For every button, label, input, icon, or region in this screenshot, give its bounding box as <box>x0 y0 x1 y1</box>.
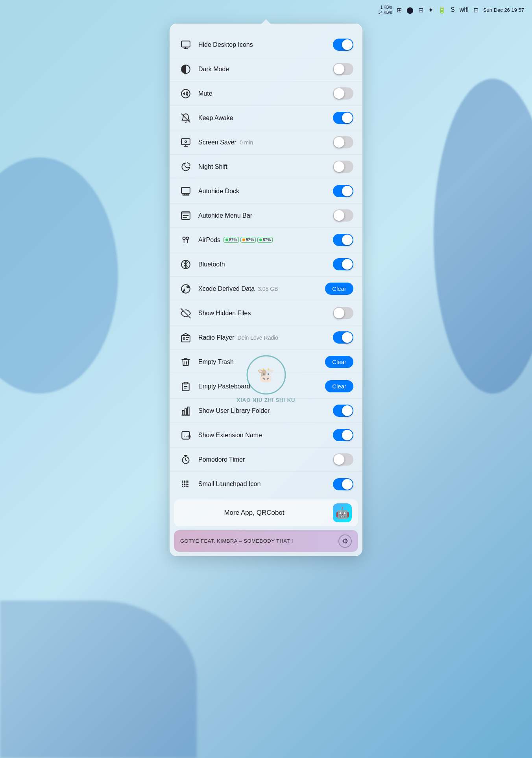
bg-decoration-right <box>434 79 532 394</box>
svg-point-47 <box>187 481 188 482</box>
empty-trash-label: Empty Trash <box>198 359 325 366</box>
svg-point-54 <box>185 484 187 485</box>
app-badge-icon: .app <box>179 428 193 442</box>
menu-bar-icon <box>179 209 193 223</box>
screen-saver-sublabel: 0 min <box>240 139 253 146</box>
svg-rect-30 <box>181 335 190 342</box>
mute-toggle[interactable] <box>333 87 353 100</box>
row-keep-awake: Keep Awake <box>170 106 362 130</box>
autohide-menu-bar-label: Autohide Menu Bar <box>198 212 333 219</box>
grid-icon <box>179 477 193 491</box>
svg-rect-34 <box>184 382 188 384</box>
music-settings-button[interactable]: ⚙ <box>338 534 352 548</box>
keep-awake-toggle[interactable] <box>333 112 353 124</box>
screen-saver-toggle[interactable] <box>333 136 353 148</box>
library-icon <box>179 404 193 418</box>
bell-slash-icon <box>179 111 193 125</box>
small-launchpad-toggle[interactable] <box>333 478 353 490</box>
qrcobot-icon: 🤖 <box>333 503 352 522</box>
row-show-hidden-files: Show Hidden Files <box>170 301 362 325</box>
network-icon[interactable]: ✦ <box>428 6 433 14</box>
bg-decoration-bottom <box>0 601 197 758</box>
night-shift-toggle[interactable] <box>333 161 353 173</box>
bluetooth-label: Bluetooth <box>198 261 333 268</box>
xcode-size-label: 3.08 GB <box>258 286 278 292</box>
svg-rect-39 <box>185 409 187 415</box>
network-speed-text: 1 KB/s 34 KB/s <box>378 5 392 15</box>
dock-icon <box>179 184 193 198</box>
settings-rows: Hide Desktop Icons Dark Mode <box>170 31 362 498</box>
svg-point-10 <box>185 141 187 142</box>
xcode-clear-button[interactable]: Clear <box>325 283 353 295</box>
music-track-text: GOTYE FEAT. KIMBRA – SOMEBODY THAT I <box>180 538 338 544</box>
row-radio-player: Radio Player Dein Love Radio <box>170 325 362 350</box>
svg-point-46 <box>185 481 187 482</box>
svg-point-4 <box>181 89 190 98</box>
row-empty-trash: Empty Trash Clear <box>170 350 362 374</box>
show-extension-name-toggle[interactable] <box>333 429 353 441</box>
layers-icon[interactable]: ⊞ <box>397 6 402 14</box>
screen-saver-icon <box>179 135 193 150</box>
datetime: Sun Dec 26 19 57 <box>483 7 524 13</box>
hide-desktop-icons-toggle[interactable] <box>333 39 353 51</box>
show-user-library-toggle[interactable] <box>333 405 353 417</box>
control-strip-icon[interactable]: ⊡ <box>473 6 478 14</box>
row-show-extension-name: .app Show Extension Name <box>170 423 362 447</box>
mouse-icon: ⬤ <box>406 6 414 14</box>
row-pomodoro-timer: Pomodoro Timer <box>170 447 362 472</box>
show-hidden-files-toggle[interactable] <box>333 307 353 319</box>
monitor-icon <box>179 38 193 52</box>
svg-point-52 <box>182 484 183 485</box>
wifi-icon[interactable]: wifi <box>460 6 469 13</box>
eye-slash-icon <box>179 306 193 320</box>
svg-point-59 <box>187 486 188 487</box>
svg-line-11 <box>189 163 190 164</box>
more-app-bar[interactable]: More App, QRCobot 🤖 <box>174 499 358 526</box>
autohide-dock-label: Autohide Dock <box>198 188 333 195</box>
network-speed: 1 KB/s 34 KB/s <box>378 5 392 15</box>
svg-rect-38 <box>182 410 184 415</box>
sketch-icon[interactable]: S <box>451 6 455 13</box>
settings-panel: Hide Desktop Icons Dark Mode <box>170 24 362 556</box>
row-night-shift: Night Shift <box>170 155 362 179</box>
row-autohide-menu-bar: Autohide Menu Bar <box>170 203 362 228</box>
svg-point-48 <box>182 482 183 483</box>
airpods-icon <box>179 233 193 247</box>
radio-player-label: Radio Player Dein Love Radio <box>198 334 333 341</box>
battery-left: 87% <box>224 237 239 243</box>
svg-text:.app: .app <box>184 434 191 438</box>
pomodoro-timer-toggle[interactable] <box>333 453 353 466</box>
row-mute: Mute <box>170 81 362 106</box>
row-xcode-derived: Xcode Derived Data 3.08 GB Clear <box>170 277 362 301</box>
svg-point-53 <box>184 484 185 485</box>
svg-point-56 <box>182 486 183 487</box>
timer-icon <box>179 453 193 467</box>
svg-point-31 <box>183 338 185 339</box>
airpods-toggle[interactable] <box>333 234 353 246</box>
mute-label: Mute <box>198 90 333 97</box>
svg-point-55 <box>187 484 188 485</box>
display-icon[interactable]: ⊟ <box>418 6 423 14</box>
svg-point-51 <box>187 482 188 483</box>
airpods-label: AirPods 87% 92% 87% <box>198 237 333 244</box>
row-bluetooth: Bluetooth <box>170 252 362 277</box>
menubar: 1 KB/s 34 KB/s ⊞ ⬤ ⊟ ✦ 🔋 S wifi ⊡ Sun De… <box>0 0 532 20</box>
autohide-menu-bar-toggle[interactable] <box>333 209 353 222</box>
radio-icon <box>179 331 193 345</box>
radio-station-label: Dein Love Radio <box>238 335 279 341</box>
dark-mode-toggle[interactable] <box>333 63 353 75</box>
empty-trash-button[interactable]: Clear <box>325 356 353 368</box>
show-user-library-label: Show User Library Folder <box>198 407 333 414</box>
svg-point-23 <box>183 237 185 240</box>
radio-player-toggle[interactable] <box>333 331 353 344</box>
keep-awake-label: Keep Awake <box>198 115 333 122</box>
more-app-label: More App, QRCobot <box>180 509 328 517</box>
show-hidden-files-label: Show Hidden Files <box>198 310 333 317</box>
bluetooth-toggle[interactable] <box>333 258 353 270</box>
row-airpods: AirPods 87% 92% 87% <box>170 228 362 252</box>
autohide-dock-toggle[interactable] <box>333 185 353 197</box>
svg-point-50 <box>185 482 187 483</box>
svg-rect-14 <box>181 187 190 193</box>
empty-pasteboard-button[interactable]: Clear <box>325 380 353 392</box>
pomodoro-timer-label: Pomodoro Timer <box>198 456 333 463</box>
